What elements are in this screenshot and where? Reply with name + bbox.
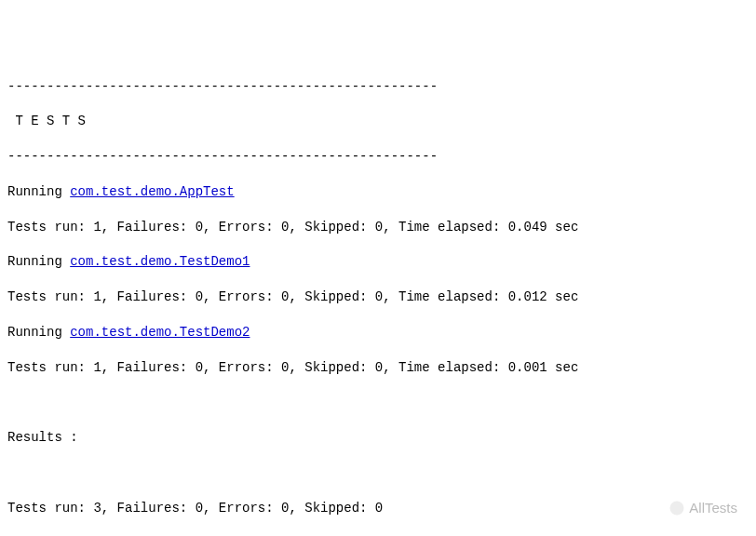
running-label: Running (7, 254, 70, 269)
results-label: Results : (7, 429, 749, 447)
running-line-0: Running com.test.demo.AppTest (7, 183, 749, 201)
running-line-1: Running com.test.demo.TestDemo1 (7, 253, 749, 271)
watermark: AllTests (668, 499, 737, 517)
separator-top: ----------------------------------------… (7, 78, 749, 96)
blank-line (7, 464, 749, 482)
wechat-icon (668, 500, 685, 516)
test-result-2: Tests run: 1, Failures: 0, Errors: 0, Sk… (7, 359, 749, 377)
separator-mid: ----------------------------------------… (7, 148, 749, 166)
blank-line (7, 395, 749, 412)
running-label: Running (7, 184, 70, 199)
results-summary: Tests run: 3, Failures: 0, Errors: 0, Sk… (7, 500, 749, 517)
running-label: Running (7, 325, 70, 340)
test-result-1: Tests run: 1, Failures: 0, Errors: 0, Sk… (7, 288, 749, 306)
svg-point-0 (670, 501, 684, 515)
test-class-link-2[interactable]: com.test.demo.TestDemo2 (70, 325, 250, 340)
tests-header: T E S T S (7, 113, 749, 130)
running-line-2: Running com.test.demo.TestDemo2 (7, 324, 749, 342)
test-class-link-0[interactable]: com.test.demo.AppTest (70, 184, 234, 199)
test-class-link-1[interactable]: com.test.demo.TestDemo1 (70, 254, 250, 269)
test-result-0: Tests run: 1, Failures: 0, Errors: 0, Sk… (7, 219, 749, 236)
watermark-text: AllTests (689, 499, 737, 517)
